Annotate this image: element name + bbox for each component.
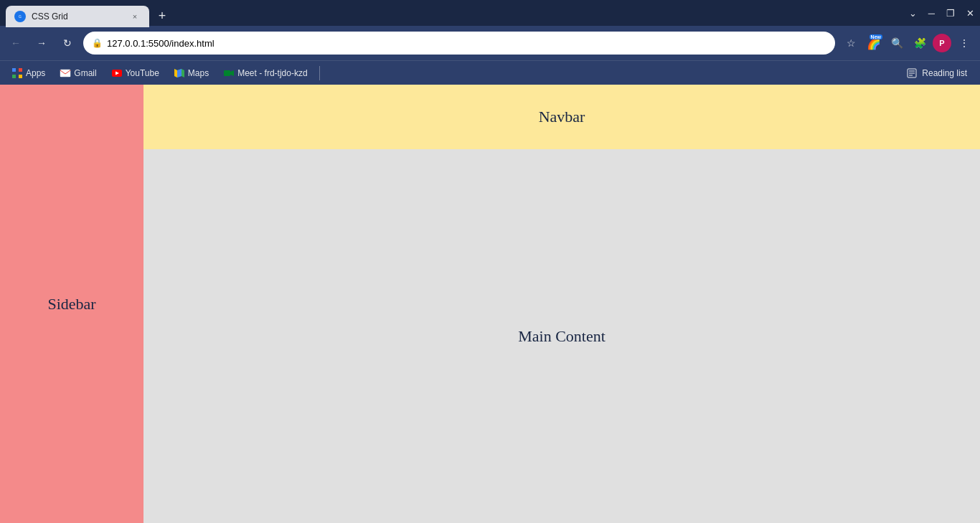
url-host: 127.0.0.1:5500/index.html (107, 38, 215, 49)
navbar: Navbar (143, 85, 980, 149)
apps-icon (11, 67, 23, 79)
title-bar: G CSS Grid × + ⌄ ─ ❐ ✕ (0, 0, 980, 26)
svg-rect-5 (19, 75, 22, 78)
close-window-button[interactable]: ✕ (966, 8, 974, 19)
bookmark-star-button[interactable]: ☆ (841, 33, 861, 53)
reading-list-icon (906, 67, 918, 79)
toolbar-icons: ☆ 🌈 New 🔍 🧩 P ⋮ (841, 33, 974, 53)
minimize-button[interactable]: ─ (928, 8, 935, 19)
meet-icon (223, 67, 235, 79)
forward-button[interactable]: → (32, 33, 52, 53)
svg-marker-11 (174, 69, 177, 77)
tab-favicon: G (14, 11, 26, 22)
main-content-label: Main Content (518, 327, 606, 346)
apps-label: Apps (26, 68, 45, 78)
chrome-menu-button[interactable]: ⋮ (954, 33, 974, 53)
youtube-label: YouTube (126, 68, 159, 78)
meet-label: Meet - frd-tjdo-kzd (237, 68, 307, 78)
back-button[interactable]: ← (6, 33, 26, 53)
sidebar: Sidebar (0, 85, 143, 523)
lock-icon: 🔒 (92, 38, 103, 48)
gmail-label: Gmail (74, 68, 96, 78)
maps-icon (174, 67, 185, 79)
reload-button[interactable]: ↻ (57, 33, 77, 53)
bookmark-youtube[interactable]: YouTube (105, 65, 165, 82)
url-text: 127.0.0.1:5500/index.html (107, 38, 826, 49)
main-content: Main Content (143, 149, 980, 523)
search-labs-button[interactable]: 🔍 (887, 33, 907, 53)
svg-rect-12 (224, 70, 230, 76)
svg-rect-3 (19, 68, 22, 72)
youtube-icon (111, 67, 123, 79)
page-content: Sidebar Navbar Main Content (0, 85, 980, 523)
bookmark-gmail[interactable]: Gmail (54, 65, 102, 82)
bookmarks-bar: Apps Gmail YouTube (0, 60, 980, 85)
active-tab[interactable]: G CSS Grid × (6, 6, 149, 27)
bookmark-meet[interactable]: Meet - frd-tjdo-kzd (217, 65, 313, 82)
extensions-button[interactable]: 🧩 (910, 33, 930, 53)
maps-label: Maps (188, 68, 209, 78)
tab-area: G CSS Grid × + (6, 0, 906, 26)
svg-rect-4 (12, 75, 16, 78)
browser-window: G CSS Grid × + ⌄ ─ ❐ ✕ ← → ↻ 🔒 127.0.0.1… (0, 0, 980, 523)
new-badge-label: New (870, 34, 882, 39)
window-controls: ⌄ ─ ❐ ✕ (909, 8, 974, 19)
bookmarks-divider (319, 66, 320, 80)
maximize-button[interactable]: ❐ (946, 8, 955, 19)
chevron-down-icon[interactable]: ⌄ (909, 8, 917, 19)
gmail-icon (60, 67, 71, 79)
profile-avatar[interactable]: P (933, 34, 951, 52)
reading-list-button[interactable]: Reading list (899, 65, 974, 82)
reading-list-label: Reading list (922, 68, 967, 78)
address-bar[interactable]: 🔒 127.0.0.1:5500/index.html (83, 32, 835, 55)
svg-marker-10 (177, 69, 182, 77)
svg-text:G: G (19, 14, 22, 19)
tab-title: CSS Grid (32, 11, 123, 22)
address-bar-row: ← → ↻ 🔒 127.0.0.1:5500/index.html ☆ 🌈 Ne… (0, 26, 980, 60)
sidebar-label: Sidebar (47, 295, 95, 314)
new-tab-button[interactable]: + (152, 6, 172, 26)
navbar-label: Navbar (539, 108, 585, 126)
bookmark-maps[interactable]: Maps (168, 65, 215, 82)
tab-close-button[interactable]: × (129, 11, 141, 22)
extensions-rainbow-button[interactable]: 🌈 New (864, 33, 884, 53)
bookmark-apps[interactable]: Apps (6, 65, 51, 82)
svg-rect-2 (12, 68, 16, 72)
